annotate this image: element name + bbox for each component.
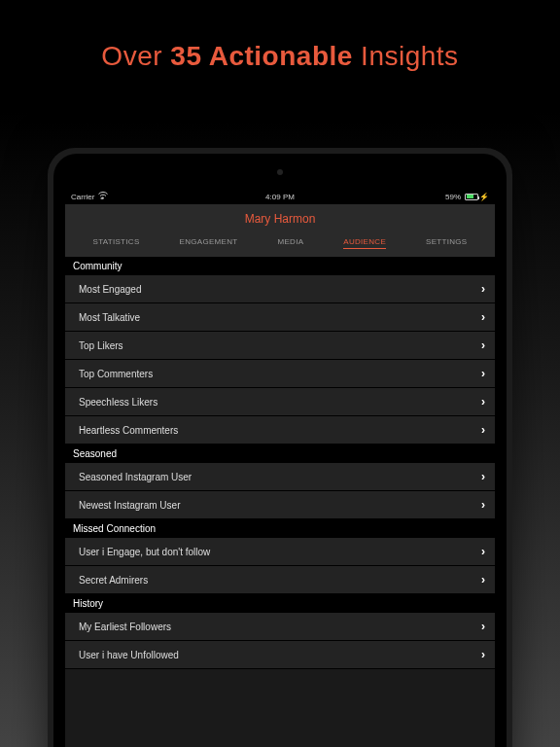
list-item-label: Speechless Likers [79,397,158,408]
list-item-label: Top Commenters [79,369,153,379]
list-item[interactable]: Most Engaged› [65,275,495,303]
status-bar: Carrier 4:09 PM 59% ⚡ [65,189,495,204]
tab-media[interactable]: MEDIA [277,237,303,249]
chevron-right-icon: › [481,498,485,512]
nav-header: Mary Harmon [65,204,495,231]
tab-audience[interactable]: AUDIENCE [343,237,386,249]
chevron-right-icon: › [481,620,485,633]
list-item-label: Top Likers [79,340,123,351]
list-item[interactable]: Top Likers› [65,332,495,360]
chevron-right-icon: › [481,573,485,587]
chevron-right-icon: › [481,282,485,296]
tab-settings[interactable]: SETTINGS [426,237,467,249]
list-item[interactable]: My Earliest Followers› [65,613,495,641]
chevron-right-icon: › [481,395,485,409]
status-right: 59% ⚡ [445,193,489,201]
headline-post: Insights [353,41,459,71]
list-item-label: Newest Instagram User [79,500,180,511]
tab-bar: STATISTICSENGAGEMENTMEDIAAUDIENCESETTING… [65,231,495,257]
promo-headline: Over 35 Actionable Insights [0,0,560,72]
tab-statistics[interactable]: STATISTICS [93,237,140,249]
list-item[interactable]: Most Talkative› [65,303,495,332]
battery-icon: ⚡ [465,193,489,201]
list-item[interactable]: Newest Instagram User› [65,491,495,519]
chevron-right-icon: › [481,367,485,380]
content-list: CommunityMost Engaged›Most Talkative›Top… [65,257,495,669]
carrier-label: Carrier [71,193,94,201]
tab-engagement[interactable]: ENGAGEMENT [180,237,238,249]
section-header: Seasoned [65,445,495,463]
list-item[interactable]: Seasoned Instagram User› [65,463,495,491]
chevron-right-icon: › [481,423,485,437]
list-item[interactable]: Speechless Likers› [65,388,495,416]
status-left: Carrier [71,192,108,201]
headline-pre: Over [101,41,170,71]
camera-dot [277,169,283,175]
headline-bold: 35 Actionable [170,41,353,71]
device-bezel: Carrier 4:09 PM 59% ⚡ Mary Harmon ST [53,154,507,747]
chevron-right-icon: › [481,310,485,324]
list-item[interactable]: User i have Unfollowed› [65,641,495,669]
chevron-right-icon: › [481,648,485,661]
screen: Carrier 4:09 PM 59% ⚡ Mary Harmon ST [65,189,495,747]
list-item-label: Secret Admirers [79,575,148,586]
list-item-label: Most Engaged [79,284,142,295]
list-item-label: My Earliest Followers [79,622,171,632]
chevron-right-icon: › [481,338,485,352]
list-item-label: User i Engage, but don't follow [79,547,210,557]
battery-pct: 59% [445,193,461,201]
chevron-right-icon: › [481,545,485,558]
chevron-right-icon: › [481,470,485,483]
list-item-label: Most Talkative [79,312,140,323]
svg-point-0 [103,197,105,199]
list-item[interactable]: Heartless Commenters› [65,416,495,445]
list-item[interactable]: Top Commenters› [65,360,495,388]
list-item-label: User i have Unfollowed [79,650,179,660]
section-header: Community [65,257,495,275]
wifi-icon [98,192,108,201]
section-header: History [65,594,495,613]
list-item[interactable]: Secret Admirers› [65,566,495,594]
device-frame: Carrier 4:09 PM 59% ⚡ Mary Harmon ST [48,148,512,747]
page-title: Mary Harmon [65,212,495,226]
list-item-label: Heartless Commenters [79,425,178,436]
section-header: Missed Connection [65,519,495,538]
list-item[interactable]: User i Engage, but don't follow› [65,538,495,566]
list-item-label: Seasoned Instagram User [79,472,192,482]
status-time: 4:09 PM [265,193,295,201]
